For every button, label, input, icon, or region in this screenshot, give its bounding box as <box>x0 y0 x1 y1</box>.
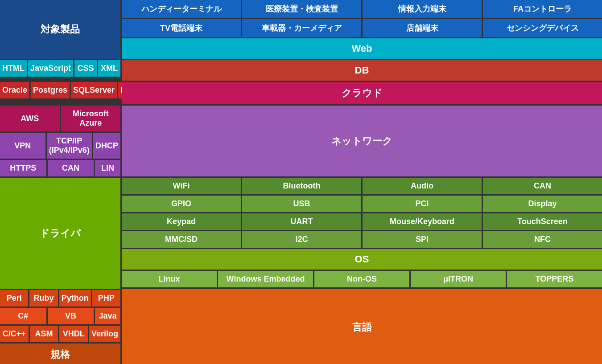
db-label: DB <box>355 65 369 76</box>
driver-display: Display <box>483 196 602 212</box>
label-driver: ドライバ <box>0 178 120 289</box>
os-content: Linux Windows Embedded Non-OS μITRON TOP… <box>122 271 602 287</box>
os-label: OS <box>355 254 369 265</box>
label-os: OS <box>122 249 602 270</box>
lang-verilog: Verilog <box>89 326 120 342</box>
driver-mouse-keyboard: Mouse/Keyboard <box>363 213 482 230</box>
lang-label: 言語 <box>352 321 372 334</box>
lang-row-1: Perl Ruby Python PHP <box>0 290 120 307</box>
taisho-handy: ハンディーターミナル <box>122 0 241 18</box>
cloud-row-1: AWS Microsoft Azure <box>0 106 120 131</box>
taisho-info: 情報入力端末 <box>363 0 482 18</box>
driver-nfc: NFC <box>483 231 602 248</box>
cloud-content: AWS Microsoft Azure <box>0 106 120 131</box>
os-linux: Linux <box>122 271 217 287</box>
driver-usb: USB <box>242 196 361 212</box>
web-xml: XML <box>98 60 120 77</box>
network-row-1: VPN TCP/IP (IPv4/IPv6) DHCP <box>0 133 120 159</box>
lang-vhdl: VHDL <box>59 326 88 342</box>
lang-row-2: C# VB Java <box>0 308 120 324</box>
network-can: CAN <box>48 160 94 176</box>
taisho-sensing: センシングデバイス <box>483 19 602 37</box>
web-css: CSS <box>74 60 97 77</box>
web-label: Web <box>351 43 372 54</box>
lang-java: Java <box>95 308 120 324</box>
driver-pci: PCI <box>363 196 482 212</box>
main-grid: 対象製品 ハンディーターミナル 医療装置・検査装置 情報入力端末 FAコントロー… <box>0 0 602 364</box>
lang-php: PHP <box>92 290 120 307</box>
label-lang: 言語 <box>122 289 602 364</box>
cloud-aws: AWS <box>0 106 60 131</box>
os-windows-embedded: Windows Embedded <box>218 271 313 287</box>
driver-mmcsd: MMC/SD <box>122 231 241 248</box>
os-nonos: Non-OS <box>314 271 409 287</box>
network-vpn: VPN <box>0 133 45 159</box>
db-oracle: Oracle <box>0 82 29 98</box>
driver-spi: SPI <box>363 231 482 248</box>
label-network: ネットワーク <box>122 106 602 176</box>
taisho-medical: 医療装置・検査装置 <box>242 0 361 18</box>
driver-touchscreen: TouchScreen <box>483 213 602 230</box>
taisho-car: 車載器・カーメディア <box>242 19 361 37</box>
taisho-tv: TV電話端末 <box>122 19 241 37</box>
lang-cpp: C/C++ <box>0 326 29 342</box>
driver-bluetooth: Bluetooth <box>242 178 361 194</box>
driver-gpio: GPIO <box>122 196 241 212</box>
label-db: DB <box>122 60 602 81</box>
label-cloud: クラウド <box>122 82 602 104</box>
network-label: ネットワーク <box>331 135 392 148</box>
taisho-row-2: TV電話端末 車載器・カーメディア 店舗端末 センシングデバイス <box>122 19 602 37</box>
lang-asm: ASM <box>30 326 58 342</box>
label-taisho: 対象製品 <box>0 0 120 59</box>
network-tcpip: TCP/IP (IPv4/IPv6) <box>47 133 92 159</box>
db-postgres: Postgres <box>31 82 70 98</box>
web-row-1: HTML JavaScript CSS XML <box>0 60 120 77</box>
db-row-1: Oracle Postgres SQLServer MySQL SQLite <box>0 82 120 98</box>
lang-python: Python <box>59 290 91 307</box>
taisho-row-1: ハンディーターミナル 医療装置・検査装置 情報入力端末 FAコントローラ <box>122 0 602 18</box>
network-row-2: HTTPS CAN LIN <box>0 160 120 176</box>
taisho-fa: FAコントローラ <box>483 0 602 18</box>
cloud-label: クラウド <box>342 86 383 100</box>
driver-wifi: WiFi <box>122 178 241 194</box>
driver-keypad: Keypad <box>122 213 241 230</box>
driver-i2c: I2C <box>242 231 361 248</box>
label-spec: 規格 <box>0 344 120 364</box>
network-https: HTTPS <box>0 160 46 176</box>
driver-row-4: MMC/SD I2C SPI NFC <box>122 231 602 248</box>
driver-content: WiFi Bluetooth Audio CAN GPIO USB PCI Di… <box>122 178 602 248</box>
taisho-shop: 店舗端末 <box>363 19 482 37</box>
db-content: Oracle Postgres SQLServer MySQL SQLite <box>0 82 120 104</box>
network-lin: LIN <box>95 160 120 176</box>
db-sqlserver: SQLServer <box>71 82 117 98</box>
driver-row-3: Keypad UART Mouse/Keyboard TouchScreen <box>122 213 602 230</box>
lang-row-3: C/C++ ASM VHDL Verilog <box>0 326 120 342</box>
cloud-azure: Microsoft Azure <box>61 106 121 131</box>
network-content: VPN TCP/IP (IPv4/IPv6) DHCP HTTPS CAN LI… <box>0 133 120 176</box>
driver-row-2: GPIO USB PCI Display <box>122 196 602 212</box>
os-row-1: Linux Windows Embedded Non-OS μITRON TOP… <box>122 271 602 287</box>
lang-csharp: C# <box>0 308 46 324</box>
web-js: JavaScript <box>28 60 73 77</box>
taisho-label: 対象製品 <box>41 23 80 36</box>
taisho-content: ハンディーターミナル 医療装置・検査装置 情報入力端末 FAコントローラ TV電… <box>122 0 602 37</box>
lang-vb: VB <box>48 308 94 324</box>
os-toppers: TOPPERS <box>507 271 602 287</box>
label-web: Web <box>122 38 602 59</box>
lang-ruby: Ruby <box>29 290 58 307</box>
lang-content: Perl Ruby Python PHP C# VB Java C/C++ AS… <box>0 290 120 342</box>
web-content: HTML JavaScript CSS XML <box>0 60 120 81</box>
driver-label: ドライバ <box>40 227 81 240</box>
lang-perl: Perl <box>0 290 28 307</box>
driver-can: CAN <box>483 178 602 194</box>
driver-uart: UART <box>242 213 361 230</box>
driver-row-1: WiFi Bluetooth Audio CAN <box>122 178 602 194</box>
web-html: HTML <box>0 60 27 77</box>
spec-label: 規格 <box>50 348 70 361</box>
os-uitron: μITRON <box>411 271 506 287</box>
driver-audio: Audio <box>363 178 482 194</box>
network-dhcp: DHCP <box>93 133 120 159</box>
